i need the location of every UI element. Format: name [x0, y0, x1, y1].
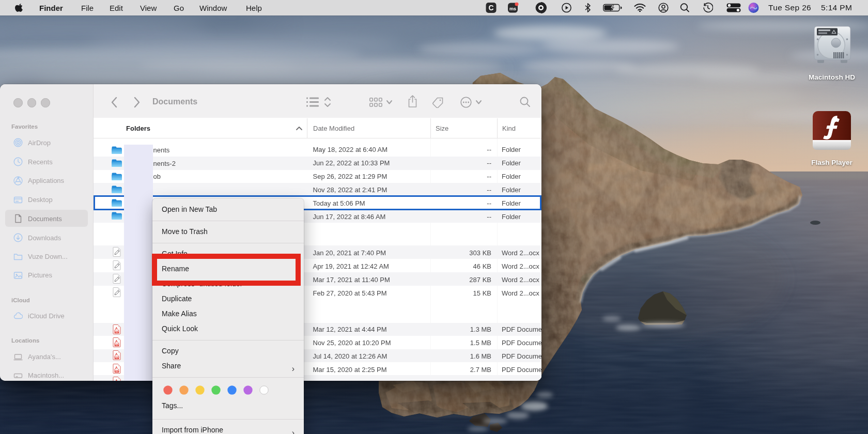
svg-text:C: C — [488, 4, 493, 12]
svg-text:ms: ms — [509, 6, 516, 11]
